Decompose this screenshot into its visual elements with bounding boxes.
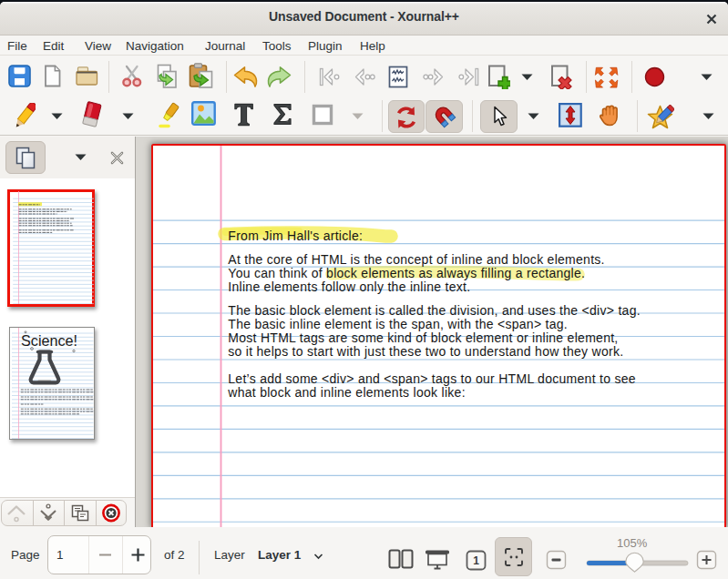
svg-text:1: 1	[473, 554, 479, 567]
svg-text:Science!: Science!	[21, 332, 77, 349]
